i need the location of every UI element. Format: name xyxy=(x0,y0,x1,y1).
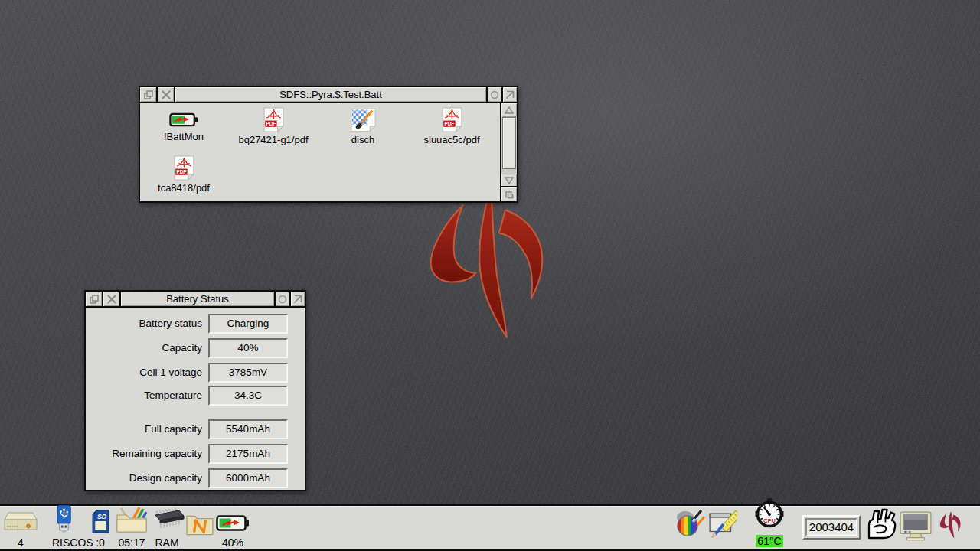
field-label: Full capacity xyxy=(86,419,202,439)
file-battmon[interactable]: !BattMon xyxy=(141,111,227,142)
back-icon[interactable] xyxy=(86,292,103,306)
iconbar-label: 40% xyxy=(216,536,250,549)
file-name: !BattMon xyxy=(141,132,227,142)
field-value: 3785mV xyxy=(208,363,288,383)
file-name: bq27421-g1/pdf xyxy=(230,135,316,145)
battery-row: Design capacity 6000mAh xyxy=(86,468,305,488)
field-value: 5540mAh xyxy=(208,419,288,439)
iconbar-clock-apps[interactable]: 05:17 xyxy=(116,506,148,549)
scroll-up-icon[interactable] xyxy=(501,103,517,117)
usb-drive-icon xyxy=(54,504,74,533)
toggle-size-icon[interactable] xyxy=(289,292,305,306)
resources-folder-icon xyxy=(185,512,214,536)
field-label: Temperature xyxy=(86,386,202,406)
iconbar-ram[interactable]: RAM xyxy=(149,507,185,549)
iconbar-draw[interactable] xyxy=(708,510,737,541)
counter-frame: 2003404 xyxy=(802,515,861,540)
svg-text:PDF: PDF xyxy=(444,121,454,126)
file-tca8418[interactable]: PDF tca8418/pdf xyxy=(141,155,227,194)
sd-card-icon: SD xyxy=(92,510,109,533)
counter-value: 2003404 xyxy=(805,518,858,536)
file-bq27421[interactable]: PDF bq27421-g1/pdf xyxy=(230,107,316,145)
file-disch[interactable]: disch xyxy=(320,108,406,145)
iconise-icon[interactable] xyxy=(276,292,289,306)
iconbar-label: 4 xyxy=(2,536,39,549)
back-icon[interactable] xyxy=(140,87,158,102)
iconbar-label: 05:17 xyxy=(116,536,148,549)
battery-status-window: Battery Status Battery status Charging C… xyxy=(84,290,306,491)
hard-disc-icon xyxy=(3,509,38,533)
scrollbar-slider[interactable] xyxy=(502,117,516,169)
close-icon[interactable] xyxy=(103,292,121,306)
iconbar-label: RISCOS xyxy=(52,536,75,549)
field-value: 2175mAh xyxy=(208,444,288,464)
filer-window: SDFS::Pyra.$.Test.Batt xyxy=(139,86,518,203)
battery-row: Remaining capacity 2175mAh xyxy=(86,444,305,464)
iconbar-resources-folder[interactable] xyxy=(185,512,214,540)
iconbar-sdcard[interactable]: SD :0 xyxy=(91,510,109,549)
icon-bar: 4 RISCOS SD :0 xyxy=(0,504,980,551)
svg-text:SD: SD xyxy=(96,513,106,520)
svg-text:PDF: PDF xyxy=(266,121,276,126)
field-value: 34.3C xyxy=(208,386,288,406)
iconbar-usb-riscos[interactable]: RISCOS xyxy=(52,504,75,549)
close-icon[interactable] xyxy=(158,87,175,102)
battery-row: Temperature 34.3C xyxy=(86,386,305,406)
toggle-size-icon[interactable] xyxy=(501,87,517,102)
display-icon xyxy=(899,510,933,541)
pyra-logo xyxy=(426,192,554,344)
field-value: 40% xyxy=(208,338,288,358)
svg-text:PDF: PDF xyxy=(176,169,186,174)
field-label: Cell 1 voltage xyxy=(86,363,202,383)
filer-contents: !BattMon PDF bq27421-g1/pdf xyxy=(140,102,517,201)
iconbar-fist[interactable] xyxy=(863,507,897,543)
apps-tools-folder-icon xyxy=(116,506,148,533)
iconise-icon[interactable] xyxy=(488,87,501,102)
battery-window-title[interactable]: Battery Status xyxy=(121,292,276,306)
iconbar-counter[interactable]: 2003404 xyxy=(802,515,861,540)
field-label: Remaining capacity xyxy=(86,444,202,464)
file-name: tca8418/pdf xyxy=(141,183,227,194)
adjust-size-icon[interactable] xyxy=(501,186,517,201)
battery-row: Full capacity 5540mAh xyxy=(86,419,305,439)
iconbar-paint[interactable] xyxy=(674,509,706,541)
field-label: Capacity xyxy=(86,338,202,358)
iconbar-battmon[interactable]: 40% xyxy=(216,514,250,549)
pyra-icon xyxy=(939,511,962,540)
file-name: disch xyxy=(320,135,406,145)
battery-monitor-icon xyxy=(216,514,250,533)
iconbar-pyra[interactable] xyxy=(939,511,963,543)
field-value: Charging xyxy=(208,314,288,334)
pdf-file-icon: PDF xyxy=(263,107,284,132)
paint-icon xyxy=(674,509,706,538)
battery-row: Cell 1 voltage 3785mV xyxy=(86,363,305,383)
iconbar-label: RAM xyxy=(149,536,185,549)
vertical-scrollbar[interactable] xyxy=(500,103,517,201)
battery-app-icon xyxy=(169,111,198,129)
svg-text:CPU: CPU xyxy=(763,517,776,524)
desktop: SDFS::Pyra.$.Test.Batt xyxy=(0,0,980,551)
cpu-temperature: 61°C xyxy=(756,535,782,547)
field-label: Battery status xyxy=(86,314,202,334)
field-label: Design capacity xyxy=(86,468,202,488)
iconbar-label: :0 xyxy=(91,536,109,549)
field-value: 6000mAh xyxy=(208,468,288,488)
file-sluuac5c[interactable]: PDF sluuac5c/pdf xyxy=(409,107,495,145)
filer-title[interactable]: SDFS::Pyra.$.Test.Batt xyxy=(175,87,488,102)
battery-row: Capacity 40% xyxy=(86,338,305,358)
iconbar-harddisc[interactable]: 4 xyxy=(2,509,39,549)
battery-window-contents: Battery status Charging Capacity 40% Cel… xyxy=(86,306,305,490)
pdf-file-icon: PDF xyxy=(174,155,194,181)
pdf-file-icon: PDF xyxy=(442,107,462,132)
sprite-file-icon xyxy=(351,108,376,132)
draw-icon xyxy=(708,510,737,538)
file-name: sluuac5c/pdf xyxy=(409,135,495,145)
ram-chip-icon xyxy=(149,507,185,533)
cpu-gauge-icon: CPU xyxy=(753,497,786,531)
iconbar-cpu-monitor[interactable]: CPU 61°C xyxy=(753,497,786,548)
battery-row: Battery status Charging xyxy=(86,314,305,334)
iconbar-display[interactable] xyxy=(898,510,933,544)
fist-icon xyxy=(863,507,897,540)
